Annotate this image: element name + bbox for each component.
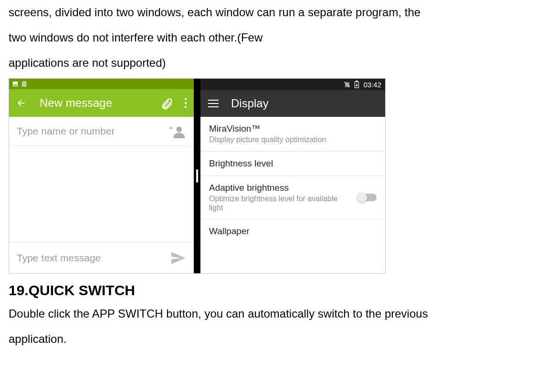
row-primary: Adaptive brightness <box>209 183 352 193</box>
battery-icon <box>354 81 359 88</box>
send-icon[interactable] <box>170 250 186 266</box>
intro-line-3: applications are not supported) <box>9 56 166 69</box>
toggle-knob-icon <box>357 192 367 203</box>
settings-title: Display <box>231 97 269 110</box>
svg-point-3 <box>185 106 187 108</box>
settings-toolbar: Display <box>200 90 385 117</box>
messaging-title: New message <box>37 96 150 110</box>
statusbar-right: 03:42 <box>200 79 385 90</box>
pane-left-messaging: ? New message Type name or number + T <box>9 79 194 273</box>
svg-point-1 <box>185 98 187 100</box>
recipient-row[interactable]: Type name or number + <box>9 117 194 146</box>
settings-row-miravision[interactable]: MiraVision™ Display picture quality opti… <box>200 117 385 151</box>
section-heading: 19.QUICK SWITCH <box>9 282 526 299</box>
intro-line-2: two windows do not interfere with each o… <box>9 31 262 44</box>
pane-right-settings: 03:42 Display MiraVision™ Display pictur… <box>200 79 385 273</box>
status-clock: 03:42 <box>363 81 381 89</box>
row-secondary: Optimize brightness level for available … <box>209 194 352 212</box>
adaptive-brightness-toggle[interactable] <box>357 194 377 201</box>
divider-grip-icon <box>196 169 198 183</box>
svg-text:?: ? <box>23 83 25 86</box>
settings-list: MiraVision™ Display picture quality opti… <box>200 117 385 273</box>
attach-icon[interactable] <box>160 96 174 110</box>
messaging-toolbar: New message <box>9 89 194 117</box>
no-sim-icon <box>344 81 350 88</box>
recipient-input[interactable]: Type name or number <box>17 125 164 137</box>
compose-row[interactable]: Type text message <box>9 242 194 273</box>
row-primary: Brightness level <box>209 158 377 169</box>
para2-line-1: Double click the APP SWITCH button, you … <box>9 307 428 320</box>
para2-line-2: application. <box>9 332 66 345</box>
svg-point-2 <box>185 102 187 104</box>
overflow-icon[interactable] <box>184 97 187 109</box>
image-icon <box>12 81 19 87</box>
row-primary: MiraVision™ <box>209 124 377 134</box>
body-paragraph-2: Double click the APP SWITCH button, you … <box>9 301 526 352</box>
svg-rect-7 <box>356 81 357 82</box>
settings-row-brightness-level[interactable]: Brightness level <box>200 152 385 176</box>
row-primary: Wallpaper <box>209 226 377 237</box>
sim-icon: ? <box>21 81 27 87</box>
settings-row-adaptive-brightness[interactable]: Adaptive brightness Optimize brightness … <box>200 176 385 219</box>
compose-input[interactable]: Type text message <box>17 252 163 264</box>
back-icon[interactable] <box>16 98 26 108</box>
row-secondary: Display picture quality optimization <box>209 135 377 144</box>
message-body-area <box>9 146 194 242</box>
intro-line-1: screens, divided into two windows, each … <box>9 6 420 19</box>
split-divider[interactable] <box>194 79 200 273</box>
menu-icon[interactable] <box>208 100 219 107</box>
add-contact-icon[interactable]: + <box>169 124 186 138</box>
body-paragraph-1: screens, divided into two windows, each … <box>9 0 526 75</box>
statusbar-left: ? <box>9 79 194 89</box>
settings-row-wallpaper[interactable]: Wallpaper <box>200 219 385 243</box>
svg-point-4 <box>177 127 182 133</box>
split-screen-screenshot: ? New message Type name or number + T <box>9 78 386 274</box>
